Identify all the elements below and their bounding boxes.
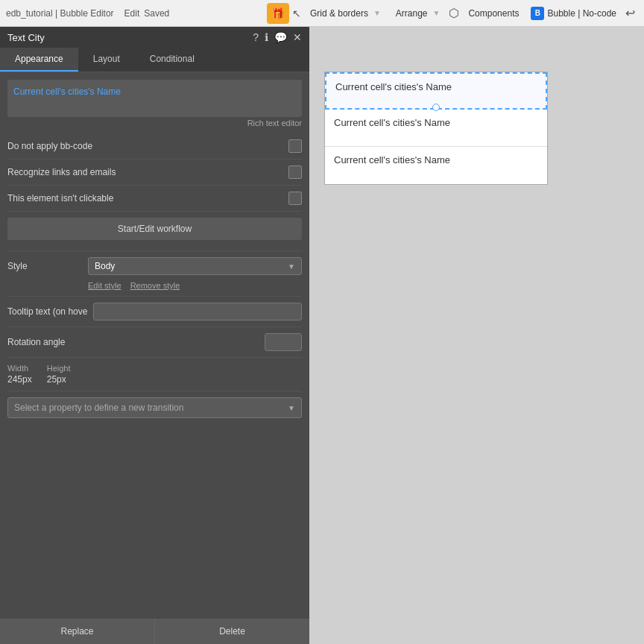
bubble-logo: B Bubble | No-code bbox=[531, 7, 616, 20]
rotation-row: Rotation angle 0 bbox=[7, 333, 302, 351]
replace-button[interactable]: Replace bbox=[0, 619, 154, 644]
properties-panel: Text City ? ℹ 💬 ✕ Appearance Layout Cond… bbox=[0, 27, 309, 644]
edit-menu[interactable]: Edit bbox=[124, 8, 140, 19]
tab-appearance[interactable]: Appearance bbox=[0, 48, 78, 72]
table-row[interactable]: Current cell's cities's Name bbox=[325, 110, 547, 147]
arrange-chevron: ▼ bbox=[433, 9, 441, 17]
grid-chevron: ▼ bbox=[373, 9, 381, 17]
arrange-label: Arrange bbox=[396, 8, 428, 19]
recognize-links-label: Recognize links and emails bbox=[7, 167, 116, 177]
canvas[interactable]: Current cell's cities's Name Current cel… bbox=[309, 27, 644, 644]
undo-button[interactable]: ↩ bbox=[622, 3, 638, 23]
not-clickable-label: This element isn't clickable bbox=[7, 193, 113, 203]
undo-icon: ↩ bbox=[625, 7, 635, 19]
saved-status: Saved bbox=[144, 8, 169, 19]
components-button[interactable]: Components bbox=[462, 5, 525, 22]
delete-button[interactable]: Delete bbox=[154, 619, 309, 644]
table-row[interactable]: Current cell's cities's Name bbox=[325, 147, 547, 184]
divider-3 bbox=[7, 326, 302, 327]
app-title: edb_tutorial | Bubble Editor bbox=[6, 8, 114, 19]
workflow-button[interactable]: Start/Edit workflow bbox=[7, 218, 302, 240]
top-bar-left: edb_tutorial | Bubble Editor Edit Saved bbox=[6, 8, 261, 19]
tooltip-label: Tooltip text (on hove bbox=[7, 306, 87, 317]
comment-icon[interactable]: 💬 bbox=[274, 31, 287, 43]
transition-placeholder: Select a property to define a new transi… bbox=[14, 402, 183, 413]
arrange-button[interactable]: Arrange ▼ bbox=[390, 5, 446, 22]
bubble-icon: B bbox=[531, 7, 544, 20]
height-value: 25px bbox=[47, 374, 71, 385]
recognize-links-toggle[interactable] bbox=[288, 165, 302, 179]
gift-button[interactable]: 🎁 bbox=[267, 3, 289, 24]
style-select[interactable]: Body ▼ bbox=[88, 257, 302, 275]
do-not-apply-row: Do not apply bb-code bbox=[7, 133, 302, 160]
rich-text-editor-label: Rich text editor bbox=[7, 119, 302, 127]
remove-style-link[interactable]: Remove style bbox=[130, 281, 180, 290]
transition-select-row[interactable]: Select a property to define a new transi… bbox=[7, 397, 302, 418]
text-content-link[interactable]: Current cell's cities's Name bbox=[13, 86, 121, 97]
width-label: Width bbox=[7, 364, 32, 373]
grid-borders-button[interactable]: Grid & borders ▼ bbox=[304, 5, 387, 22]
recognize-links-row: Recognize links and emails bbox=[7, 160, 302, 186]
bottom-buttons: Replace Delete bbox=[0, 619, 309, 644]
help-icon[interactable]: ? bbox=[253, 31, 259, 43]
width-value: 245px bbox=[7, 374, 32, 385]
grid-borders-label: Grid & borders bbox=[310, 8, 368, 19]
info-icon[interactable]: ℹ bbox=[265, 31, 268, 43]
text-cell-box: Current cell's cities's Name Current cel… bbox=[324, 72, 548, 185]
divider-4 bbox=[7, 357, 302, 358]
tooltip-row: Tooltip text (on hove bbox=[7, 303, 302, 321]
transition-chevron: ▼ bbox=[288, 404, 295, 412]
panel-header: Text City ? ℹ 💬 ✕ bbox=[0, 27, 309, 48]
style-row: Style Body ▼ bbox=[7, 257, 302, 275]
style-label: Style bbox=[7, 261, 82, 271]
canvas-container: Current cell's cities's Name Current cel… bbox=[324, 72, 548, 185]
edit-style-link[interactable]: Edit style bbox=[88, 281, 121, 290]
gift-icon: 🎁 bbox=[271, 7, 284, 19]
not-clickable-row: This element isn't clickable bbox=[7, 186, 302, 212]
tooltip-input[interactable] bbox=[93, 303, 302, 321]
main-content: Text City ? ℹ 💬 ✕ Appearance Layout Cond… bbox=[0, 27, 644, 644]
panel-body: Current cell's cities's Name Rich text e… bbox=[0, 72, 309, 636]
style-chevron: ▼ bbox=[288, 262, 295, 271]
style-links: Edit style Remove style bbox=[88, 281, 302, 290]
divider-2 bbox=[7, 296, 302, 297]
bubble-label: Bubble | No-code bbox=[547, 8, 616, 19]
tab-conditional[interactable]: Conditional bbox=[135, 48, 209, 72]
do-not-apply-toggle[interactable] bbox=[288, 139, 302, 153]
rotation-label: Rotation angle bbox=[7, 337, 82, 347]
text-content-area[interactable]: Current cell's cities's Name bbox=[7, 80, 302, 117]
components-label: Components bbox=[468, 8, 519, 19]
not-clickable-toggle[interactable] bbox=[288, 192, 302, 205]
do-not-apply-label: Do not apply bb-code bbox=[7, 141, 92, 151]
panel-title: Text City bbox=[7, 32, 45, 43]
cursor-icon: ↖ bbox=[292, 7, 301, 19]
size-row: Width 245px Height 25px bbox=[7, 364, 302, 385]
table-row[interactable]: Current cell's cities's Name bbox=[325, 72, 547, 110]
divider-5 bbox=[7, 391, 302, 391]
rotation-input[interactable]: 0 bbox=[265, 333, 302, 351]
width-item: Width 245px bbox=[7, 364, 32, 385]
top-bar-center: 🎁 ↖ Grid & borders ▼ Arrange ▼ ⬡ Compone… bbox=[267, 3, 525, 24]
panel-tabs: Appearance Layout Conditional bbox=[0, 48, 309, 72]
close-icon[interactable]: ✕ bbox=[293, 31, 302, 43]
components-icon: ⬡ bbox=[449, 6, 459, 20]
tab-layout[interactable]: Layout bbox=[78, 48, 135, 72]
panel-icons: ? ℹ 💬 ✕ bbox=[253, 31, 302, 43]
height-item: Height 25px bbox=[47, 364, 71, 385]
height-label: Height bbox=[47, 364, 71, 373]
divider-1 bbox=[7, 250, 302, 251]
top-bar: edb_tutorial | Bubble Editor Edit Saved … bbox=[0, 0, 644, 27]
